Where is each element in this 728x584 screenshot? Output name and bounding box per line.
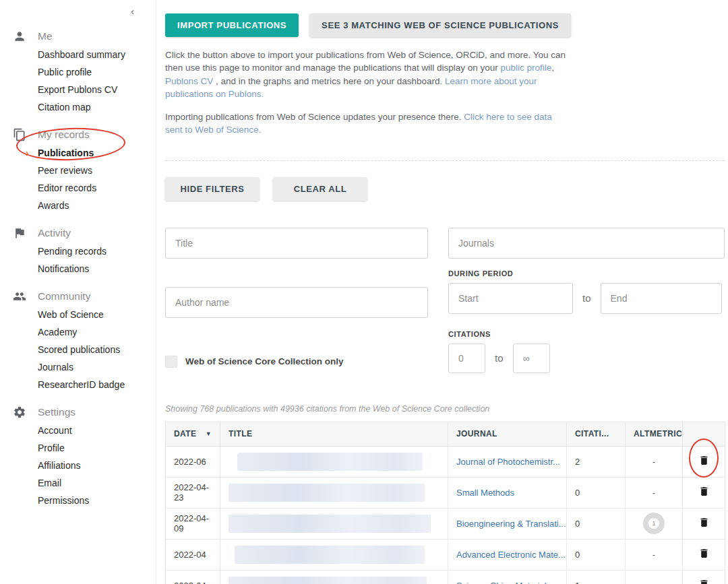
sidebar-section-community: Community Web of Science Academy Scored … [7, 287, 149, 393]
sidebar-item-peer-reviews[interactable]: Peer reviews [38, 162, 149, 179]
publons-cv-link[interactable]: Publons CV [165, 76, 213, 86]
core-collection-label: Web of Science Core Collection only [185, 356, 344, 366]
citations-label: CITATIONS [448, 330, 725, 338]
journal-link[interactable]: Small Methods [456, 488, 514, 498]
table-row: 2022-04-09 Bioengineering & Translati...… [166, 508, 725, 539]
trash-icon [698, 485, 710, 498]
header-journal[interactable]: JOURNAL [448, 422, 567, 446]
cell-date: 2022-06 [166, 446, 220, 477]
cell-date: 2022-04 [166, 539, 220, 570]
period-end-input[interactable] [601, 283, 722, 314]
sidebar-item-journals[interactable]: Journals [38, 358, 149, 376]
person-icon [12, 29, 27, 44]
sidebar-item-export-publons-cv[interactable]: Export Publons CV [38, 81, 149, 98]
see-matching-publications-button[interactable]: SEE 3 MATCHING WEB OF SCIENCE PUBLICATIO… [309, 13, 571, 37]
table-row: 2022-06 Journal of Photochemistr... 2 - [166, 446, 725, 477]
journal-link[interactable]: Journal of Photochemistr... [456, 457, 560, 467]
journal-link[interactable]: Bioengineering & Translati... [456, 519, 566, 529]
core-collection-checkbox[interactable] [165, 356, 177, 368]
header-title[interactable]: TITLE [220, 422, 448, 446]
citations-max-input[interactable] [513, 344, 550, 373]
table-header-row: DATE▼ TITLE JOURNAL CITATI... ALTMETRIC [166, 422, 725, 446]
cell-altmetric: - [626, 477, 683, 508]
sidebar-item-dashboard-summary[interactable]: Dashboard summary [38, 46, 149, 63]
sidebar-item-account[interactable]: Account [38, 422, 149, 439]
cell-actions [683, 539, 725, 570]
journal-link[interactable]: Science China Materials [456, 581, 551, 584]
sidebar-item-public-profile[interactable]: Public profile [38, 63, 149, 81]
cell-citations: 0 [567, 477, 626, 508]
delete-publication-button[interactable] [696, 515, 712, 532]
sidebar: ‹ Me Dashboard summary Public profile Ex… [0, 0, 156, 584]
cell-citations: 0 [567, 508, 626, 539]
sort-desc-icon: ▼ [206, 430, 212, 437]
sidebar-item-affiliations[interactable]: Affiliations [38, 457, 149, 474]
journal-link[interactable]: Advanced Electronic Mate... [456, 550, 566, 560]
sidebar-item-profile[interactable]: Profile [38, 439, 149, 457]
delete-publication-button[interactable] [696, 484, 712, 501]
sidebar-item-awards[interactable]: Awards [38, 197, 149, 214]
sidebar-item-editor-records[interactable]: Editor records [38, 179, 149, 197]
altmetric-badge[interactable]: 1 [643, 513, 665, 534]
title-filter-input[interactable] [165, 228, 428, 259]
header-citations[interactable]: CITATI... [567, 422, 626, 446]
active-chevron-icon: › [26, 144, 29, 162]
flag-icon [12, 226, 27, 240]
cell-altmetric: - [626, 446, 683, 477]
trash-icon [698, 578, 710, 584]
sidebar-item-academy[interactable]: Academy [38, 323, 149, 341]
sidebar-item-researcherid-badge[interactable]: ResearcherID badge [38, 376, 149, 393]
citations-to-label: to [495, 352, 504, 364]
cell-date: 2022-04-23 [166, 477, 220, 508]
cell-actions [683, 508, 725, 539]
redacted-title [237, 453, 423, 471]
records-icon [12, 127, 27, 142]
author-filter-input[interactable] [165, 287, 428, 318]
sidebar-item-citation-map[interactable]: Citation map [38, 98, 149, 116]
cell-actions [683, 570, 725, 584]
trash-icon [698, 547, 710, 560]
sidebar-section-title: My records [38, 129, 90, 141]
sidebar-item-web-of-science[interactable]: Web of Science [38, 306, 149, 323]
publications-page: IMPORT PUBLICATIONS SEE 3 MATCHING WEB O… [156, 0, 728, 584]
citations-min-input[interactable] [448, 344, 485, 373]
cell-title [220, 539, 448, 570]
cell-title [220, 508, 448, 539]
redacted-title [229, 577, 427, 584]
filters-panel: DURING PERIOD to Web of Science Core Col… [165, 228, 725, 373]
collapse-sidebar-icon[interactable]: ‹ [131, 5, 134, 17]
cell-journal: Advanced Electronic Mate... [448, 539, 567, 570]
header-actions [683, 422, 725, 446]
import-publications-button[interactable]: IMPORT PUBLICATIONS [165, 13, 299, 37]
dashed-divider [165, 160, 725, 161]
header-altmetric[interactable]: ALTMETRIC [626, 422, 683, 446]
sidebar-section-my-records: My records › Publications Peer reviews E… [7, 125, 149, 214]
clear-all-button[interactable]: CLEAR ALL [273, 177, 367, 201]
redacted-title [229, 484, 425, 502]
sidebar-item-scored-publications[interactable]: Scored publications [38, 341, 149, 358]
sidebar-item-permissions[interactable]: Permissions [38, 492, 149, 509]
intro-paragraph: Click the button above to import your pu… [165, 48, 571, 101]
people-icon [12, 289, 27, 304]
sidebar-item-pending-records[interactable]: Pending records [38, 242, 149, 260]
delete-publication-button[interactable] [696, 546, 712, 563]
cell-actions [683, 446, 725, 477]
period-to-label: to [582, 292, 591, 304]
cell-journal: Journal of Photochemistr... [448, 446, 567, 477]
cell-altmetric: 1 [626, 508, 683, 539]
delete-publication-button[interactable] [696, 577, 712, 584]
sidebar-section-title: Me [38, 30, 53, 42]
redacted-title [235, 546, 425, 564]
journals-filter-input[interactable] [448, 228, 725, 259]
delete-publication-button[interactable] [696, 453, 712, 470]
header-date[interactable]: DATE▼ [166, 422, 220, 446]
sidebar-item-publications[interactable]: › Publications [38, 144, 149, 162]
hide-filters-button[interactable]: HIDE FILTERS [165, 177, 260, 201]
period-start-input[interactable] [448, 283, 573, 314]
cell-actions [683, 477, 725, 508]
public-profile-link[interactable]: public profile [501, 63, 552, 73]
sidebar-item-notifications[interactable]: Notifications [38, 260, 149, 278]
cell-journal: Bioengineering & Translati... [448, 508, 567, 539]
sidebar-item-email[interactable]: Email [38, 474, 149, 492]
cell-citations: 2 [567, 446, 626, 477]
